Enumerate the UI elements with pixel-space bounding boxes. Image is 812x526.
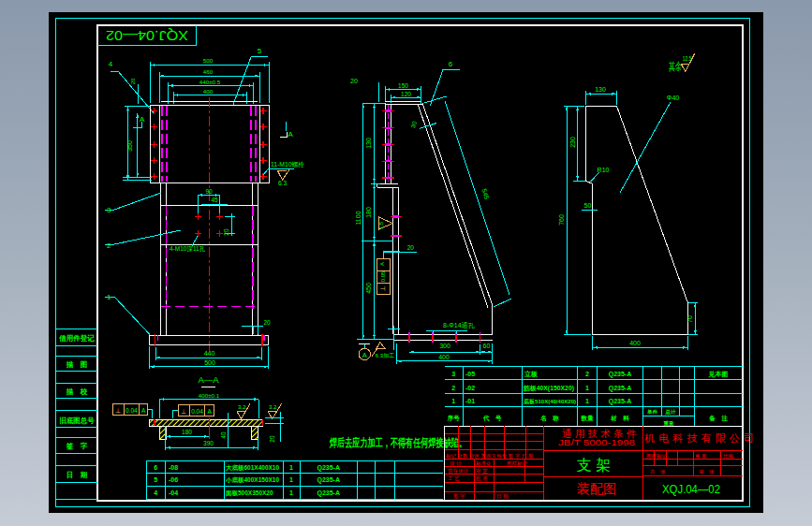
svg-text:大底板601X400X10: 大底板601X400X10: [226, 464, 279, 472]
svg-text:XQJ.04—02: XQJ.04—02: [106, 28, 188, 43]
svg-text:A: A: [379, 262, 385, 266]
svg-text:名 称: 名 称: [539, 415, 559, 422]
svg-text:3.2: 3.2: [269, 404, 277, 410]
svg-text:共 张: 共 张: [649, 469, 666, 475]
svg-text:400±0.1: 400±0.1: [199, 392, 220, 399]
svg-text:-01: -01: [465, 398, 475, 404]
svg-text:⊥: ⊥: [115, 407, 121, 414]
svg-text:70: 70: [687, 315, 693, 323]
svg-text:重 量: 重 量: [695, 453, 707, 459]
svg-text:2: 2: [107, 241, 111, 250]
svg-text:120: 120: [401, 91, 411, 97]
svg-text:450: 450: [365, 283, 372, 294]
svg-text:见本图: 见本图: [707, 370, 728, 378]
svg-text:4: 4: [109, 60, 113, 68]
svg-text:20: 20: [263, 319, 271, 326]
svg-text:2: 2: [585, 371, 589, 377]
svg-text:8-Φ14通孔: 8-Φ14通孔: [443, 321, 476, 329]
svg-text:材 料: 材 料: [610, 415, 629, 422]
svg-text:20: 20: [407, 244, 415, 251]
svg-text:借用件登记: 借用件登记: [58, 334, 95, 343]
svg-text:图样标记: 图样标记: [507, 460, 528, 467]
svg-text:230: 230: [569, 137, 576, 148]
svg-text:1: 1: [585, 385, 589, 391]
svg-text:20: 20: [223, 228, 229, 236]
svg-text:130: 130: [595, 86, 606, 93]
svg-text:图样标记: 图样标记: [646, 453, 668, 460]
svg-text:Q235-A: Q235-A: [317, 489, 340, 497]
svg-text:比例: 比例: [723, 453, 733, 460]
svg-text:A: A: [207, 408, 212, 415]
svg-text:标准化: 标准化: [475, 460, 492, 467]
svg-text:设 计: 设 计: [450, 460, 462, 466]
svg-text:装配图: 装配图: [577, 481, 616, 496]
svg-text:0.04: 0.04: [191, 408, 203, 415]
svg-text:责任设计: 责任设计: [448, 468, 469, 474]
svg-text:0.04: 0.04: [125, 407, 138, 414]
svg-text:0.05: 0.05: [380, 270, 386, 282]
svg-text:签 字: 签 字: [66, 442, 88, 450]
svg-text:20: 20: [269, 435, 275, 443]
svg-text:440: 440: [204, 350, 215, 357]
svg-text:Φ40: Φ40: [667, 95, 679, 101]
svg-text:面板500X350X20: 面板500X350X20: [225, 489, 273, 497]
svg-text:1100: 1100: [355, 211, 362, 225]
svg-text:12.5: 12.5: [683, 55, 692, 62]
svg-text:底板510X(40/40X20): 底板510X(40/40X20): [523, 398, 576, 405]
svg-text:标记 处数 分区 更改文件号 签 字 日 期: 标记 处数 分区 更改文件号 签 字 日 期: [445, 453, 534, 460]
svg-text:500: 500: [203, 57, 214, 64]
svg-text:3: 3: [107, 206, 111, 214]
svg-text:500: 500: [204, 359, 215, 366]
svg-text:旧底图总号: 旧底图总号: [59, 416, 95, 425]
svg-text:45: 45: [211, 197, 218, 203]
svg-text:-06: -06: [169, 476, 178, 483]
svg-text:签 字: 签 字: [453, 493, 465, 500]
svg-text:40: 40: [220, 431, 227, 439]
svg-text:760: 760: [558, 214, 565, 226]
svg-text:审 定: 审 定: [476, 468, 488, 475]
svg-text:390: 390: [203, 440, 214, 446]
svg-text:1: 1: [585, 398, 589, 404]
svg-text:4: 4: [154, 489, 157, 496]
svg-text:-04: -04: [169, 489, 178, 496]
svg-text:A: A: [288, 130, 294, 139]
svg-text:180: 180: [182, 429, 192, 435]
svg-text:400: 400: [203, 88, 214, 95]
svg-text:Q235-A: Q235-A: [317, 476, 340, 484]
svg-text:1.5: 1.5: [378, 221, 384, 229]
svg-text:400: 400: [629, 340, 641, 346]
svg-text:XQJ.04—02: XQJ.04—02: [662, 482, 720, 496]
svg-text:460: 460: [203, 68, 214, 75]
svg-text:第 张: 第 张: [699, 469, 715, 475]
svg-text:20: 20: [350, 78, 358, 84]
svg-text:6: 6: [154, 464, 157, 471]
svg-text:5: 5: [258, 47, 262, 55]
svg-text:数量: 数量: [580, 415, 594, 422]
svg-text:工 艺: 工 艺: [448, 475, 460, 481]
svg-text:Q235-A: Q235-A: [609, 385, 632, 392]
svg-text:⊥: ⊥: [181, 408, 186, 415]
svg-text:支 架: 支 架: [577, 457, 611, 473]
svg-text:A—A: A—A: [198, 374, 219, 385]
svg-text:150: 150: [398, 82, 408, 89]
svg-text:-02: -02: [465, 385, 475, 391]
svg-text:20: 20: [130, 78, 136, 84]
svg-text:180: 180: [365, 207, 372, 218]
svg-text:6: 6: [449, 60, 453, 68]
svg-text:单件: 单件: [647, 409, 658, 415]
svg-text:重量: 重量: [662, 420, 674, 426]
svg-text:440±0.5: 440±0.5: [199, 79, 221, 85]
svg-text:小底板400X150X10: 小底板400X150X10: [225, 476, 279, 484]
svg-text:代 号: 代 号: [482, 415, 502, 422]
svg-text:60: 60: [483, 343, 491, 349]
svg-text:5: 5: [154, 476, 157, 483]
svg-text:日 期: 日 期: [496, 493, 509, 500]
svg-text:其余: 其余: [669, 61, 682, 72]
svg-text:Q235-A: Q235-A: [317, 464, 340, 472]
svg-text:6.3: 6.3: [278, 180, 287, 186]
svg-text:描 校: 描 校: [66, 387, 88, 396]
svg-text:描 图: 描 图: [66, 360, 88, 369]
svg-text:50: 50: [584, 202, 592, 209]
svg-text:总计: 总计: [664, 409, 676, 416]
svg-text:1: 1: [289, 476, 293, 483]
